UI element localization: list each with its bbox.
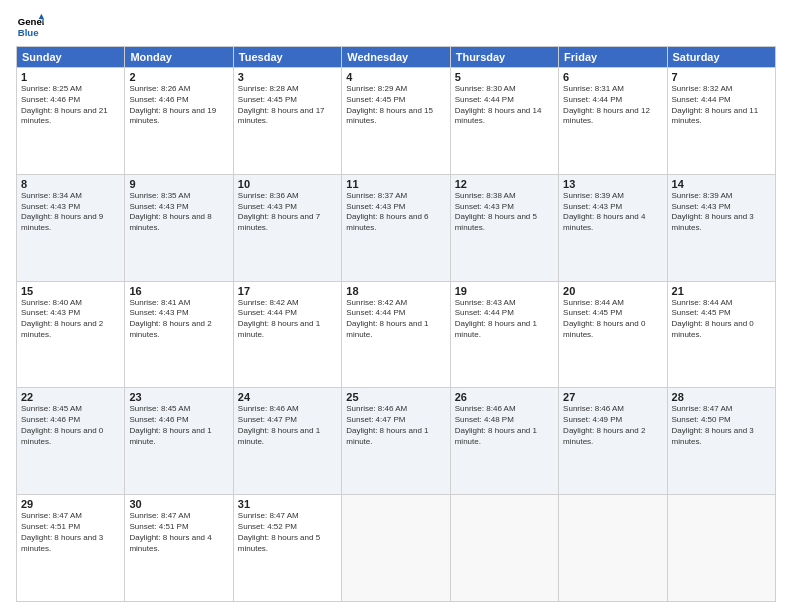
day-of-week-header: Thursday <box>450 47 558 68</box>
calendar-cell: 19 Sunrise: 8:43 AM Sunset: 4:44 PM Dayl… <box>450 281 558 388</box>
day-info: Sunrise: 8:45 AM Sunset: 4:46 PM Dayligh… <box>21 404 120 447</box>
day-info: Sunrise: 8:43 AM Sunset: 4:44 PM Dayligh… <box>455 298 554 341</box>
calendar-cell: 1 Sunrise: 8:25 AM Sunset: 4:46 PM Dayli… <box>17 68 125 175</box>
calendar-table: SundayMondayTuesdayWednesdayThursdayFrid… <box>16 46 776 602</box>
day-number: 21 <box>672 285 771 297</box>
calendar-cell <box>667 495 775 602</box>
calendar-cell: 5 Sunrise: 8:30 AM Sunset: 4:44 PM Dayli… <box>450 68 558 175</box>
calendar-cell <box>342 495 450 602</box>
day-of-week-header: Saturday <box>667 47 775 68</box>
day-number: 3 <box>238 71 337 83</box>
day-number: 19 <box>455 285 554 297</box>
calendar-cell <box>559 495 667 602</box>
calendar-cell: 6 Sunrise: 8:31 AM Sunset: 4:44 PM Dayli… <box>559 68 667 175</box>
calendar-cell: 2 Sunrise: 8:26 AM Sunset: 4:46 PM Dayli… <box>125 68 233 175</box>
day-info: Sunrise: 8:25 AM Sunset: 4:46 PM Dayligh… <box>21 84 120 127</box>
calendar-cell: 29 Sunrise: 8:47 AM Sunset: 4:51 PM Dayl… <box>17 495 125 602</box>
day-info: Sunrise: 8:47 AM Sunset: 4:51 PM Dayligh… <box>21 511 120 554</box>
day-number: 29 <box>21 498 120 510</box>
day-info: Sunrise: 8:39 AM Sunset: 4:43 PM Dayligh… <box>563 191 662 234</box>
day-info: Sunrise: 8:41 AM Sunset: 4:43 PM Dayligh… <box>129 298 228 341</box>
calendar-cell: 9 Sunrise: 8:35 AM Sunset: 4:43 PM Dayli… <box>125 174 233 281</box>
calendar-cell: 3 Sunrise: 8:28 AM Sunset: 4:45 PM Dayli… <box>233 68 341 175</box>
day-info: Sunrise: 8:29 AM Sunset: 4:45 PM Dayligh… <box>346 84 445 127</box>
day-number: 28 <box>672 391 771 403</box>
day-number: 23 <box>129 391 228 403</box>
calendar-cell: 25 Sunrise: 8:46 AM Sunset: 4:47 PM Dayl… <box>342 388 450 495</box>
day-number: 6 <box>563 71 662 83</box>
calendar-cell: 26 Sunrise: 8:46 AM Sunset: 4:48 PM Dayl… <box>450 388 558 495</box>
calendar-cell: 14 Sunrise: 8:39 AM Sunset: 4:43 PM Dayl… <box>667 174 775 281</box>
day-number: 11 <box>346 178 445 190</box>
calendar-cell: 21 Sunrise: 8:44 AM Sunset: 4:45 PM Dayl… <box>667 281 775 388</box>
day-info: Sunrise: 8:28 AM Sunset: 4:45 PM Dayligh… <box>238 84 337 127</box>
day-number: 12 <box>455 178 554 190</box>
day-info: Sunrise: 8:46 AM Sunset: 4:48 PM Dayligh… <box>455 404 554 447</box>
day-number: 31 <box>238 498 337 510</box>
day-number: 10 <box>238 178 337 190</box>
day-info: Sunrise: 8:44 AM Sunset: 4:45 PM Dayligh… <box>672 298 771 341</box>
day-number: 24 <box>238 391 337 403</box>
calendar-cell: 4 Sunrise: 8:29 AM Sunset: 4:45 PM Dayli… <box>342 68 450 175</box>
day-info: Sunrise: 8:46 AM Sunset: 4:49 PM Dayligh… <box>563 404 662 447</box>
day-info: Sunrise: 8:31 AM Sunset: 4:44 PM Dayligh… <box>563 84 662 127</box>
day-info: Sunrise: 8:36 AM Sunset: 4:43 PM Dayligh… <box>238 191 337 234</box>
day-info: Sunrise: 8:44 AM Sunset: 4:45 PM Dayligh… <box>563 298 662 341</box>
calendar-cell: 23 Sunrise: 8:45 AM Sunset: 4:46 PM Dayl… <box>125 388 233 495</box>
logo-icon: General Blue <box>16 12 44 40</box>
day-info: Sunrise: 8:40 AM Sunset: 4:43 PM Dayligh… <box>21 298 120 341</box>
day-info: Sunrise: 8:46 AM Sunset: 4:47 PM Dayligh… <box>238 404 337 447</box>
calendar-cell: 20 Sunrise: 8:44 AM Sunset: 4:45 PM Dayl… <box>559 281 667 388</box>
day-of-week-header: Wednesday <box>342 47 450 68</box>
day-of-week-header: Friday <box>559 47 667 68</box>
day-number: 25 <box>346 391 445 403</box>
day-info: Sunrise: 8:35 AM Sunset: 4:43 PM Dayligh… <box>129 191 228 234</box>
day-number: 15 <box>21 285 120 297</box>
day-info: Sunrise: 8:38 AM Sunset: 4:43 PM Dayligh… <box>455 191 554 234</box>
calendar-cell: 13 Sunrise: 8:39 AM Sunset: 4:43 PM Dayl… <box>559 174 667 281</box>
calendar-cell: 18 Sunrise: 8:42 AM Sunset: 4:44 PM Dayl… <box>342 281 450 388</box>
calendar-cell: 24 Sunrise: 8:46 AM Sunset: 4:47 PM Dayl… <box>233 388 341 495</box>
day-number: 18 <box>346 285 445 297</box>
day-info: Sunrise: 8:47 AM Sunset: 4:52 PM Dayligh… <box>238 511 337 554</box>
day-info: Sunrise: 8:34 AM Sunset: 4:43 PM Dayligh… <box>21 191 120 234</box>
day-number: 2 <box>129 71 228 83</box>
day-number: 16 <box>129 285 228 297</box>
day-info: Sunrise: 8:37 AM Sunset: 4:43 PM Dayligh… <box>346 191 445 234</box>
day-number: 17 <box>238 285 337 297</box>
calendar-cell: 10 Sunrise: 8:36 AM Sunset: 4:43 PM Dayl… <box>233 174 341 281</box>
day-info: Sunrise: 8:39 AM Sunset: 4:43 PM Dayligh… <box>672 191 771 234</box>
calendar-cell: 22 Sunrise: 8:45 AM Sunset: 4:46 PM Dayl… <box>17 388 125 495</box>
day-number: 27 <box>563 391 662 403</box>
day-number: 8 <box>21 178 120 190</box>
day-number: 26 <box>455 391 554 403</box>
logo: General Blue <box>16 12 44 40</box>
calendar-cell: 28 Sunrise: 8:47 AM Sunset: 4:50 PM Dayl… <box>667 388 775 495</box>
calendar-cell: 30 Sunrise: 8:47 AM Sunset: 4:51 PM Dayl… <box>125 495 233 602</box>
day-info: Sunrise: 8:32 AM Sunset: 4:44 PM Dayligh… <box>672 84 771 127</box>
day-of-week-header: Tuesday <box>233 47 341 68</box>
day-info: Sunrise: 8:46 AM Sunset: 4:47 PM Dayligh… <box>346 404 445 447</box>
day-number: 14 <box>672 178 771 190</box>
calendar-cell: 12 Sunrise: 8:38 AM Sunset: 4:43 PM Dayl… <box>450 174 558 281</box>
day-info: Sunrise: 8:42 AM Sunset: 4:44 PM Dayligh… <box>238 298 337 341</box>
day-number: 9 <box>129 178 228 190</box>
day-info: Sunrise: 8:26 AM Sunset: 4:46 PM Dayligh… <box>129 84 228 127</box>
calendar-cell: 17 Sunrise: 8:42 AM Sunset: 4:44 PM Dayl… <box>233 281 341 388</box>
calendar-cell: 27 Sunrise: 8:46 AM Sunset: 4:49 PM Dayl… <box>559 388 667 495</box>
day-number: 4 <box>346 71 445 83</box>
svg-text:Blue: Blue <box>18 27 39 38</box>
day-info: Sunrise: 8:47 AM Sunset: 4:51 PM Dayligh… <box>129 511 228 554</box>
calendar-cell: 16 Sunrise: 8:41 AM Sunset: 4:43 PM Dayl… <box>125 281 233 388</box>
calendar-cell: 15 Sunrise: 8:40 AM Sunset: 4:43 PM Dayl… <box>17 281 125 388</box>
day-number: 13 <box>563 178 662 190</box>
day-info: Sunrise: 8:30 AM Sunset: 4:44 PM Dayligh… <box>455 84 554 127</box>
header: General Blue <box>16 12 776 40</box>
calendar-cell <box>450 495 558 602</box>
day-number: 7 <box>672 71 771 83</box>
day-info: Sunrise: 8:42 AM Sunset: 4:44 PM Dayligh… <box>346 298 445 341</box>
calendar-page: General Blue SundayMondayTuesdayWednesda… <box>0 0 792 612</box>
day-info: Sunrise: 8:45 AM Sunset: 4:46 PM Dayligh… <box>129 404 228 447</box>
calendar-cell: 11 Sunrise: 8:37 AM Sunset: 4:43 PM Dayl… <box>342 174 450 281</box>
day-number: 30 <box>129 498 228 510</box>
